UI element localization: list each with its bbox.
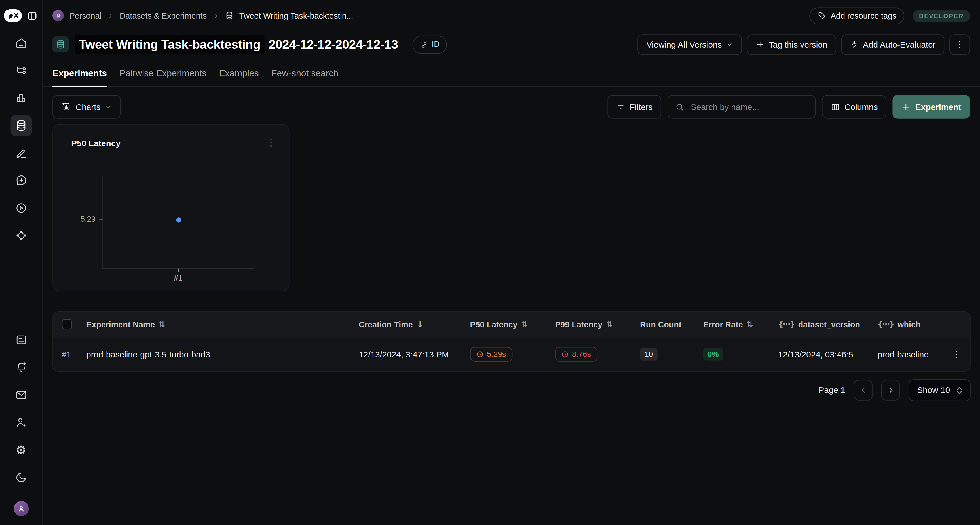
header-cell-which[interactable]: {⋯} which xyxy=(878,320,943,329)
plus-icon xyxy=(902,102,911,111)
app-root: ⚙ Personal xyxy=(0,0,980,525)
sidebar-item-datasets[interactable] xyxy=(10,115,32,136)
chart-data-point[interactable] xyxy=(177,218,181,223)
langsmith-logo-icon[interactable] xyxy=(4,10,22,22)
panel-toggle-icon[interactable] xyxy=(25,10,38,22)
chart-menu-icon[interactable]: ⋮ xyxy=(266,138,275,147)
sort-desc-icon[interactable]: ↓ xyxy=(417,320,423,329)
creation-time-cell: 12/13/2024, 3:47:13 PM xyxy=(359,350,470,359)
add-resource-tags-button[interactable]: Add resource tags xyxy=(809,7,905,24)
column-label: P99 Latency xyxy=(555,320,602,329)
sort-icon[interactable]: ⇅ xyxy=(521,321,527,328)
header-cell-creation-time[interactable]: Creation Time ↓ xyxy=(359,320,470,329)
next-page-button[interactable] xyxy=(881,380,900,401)
dataset-icon xyxy=(225,11,234,20)
user-avatar[interactable] xyxy=(13,501,29,516)
add-auto-evaluator-button[interactable]: Add Auto-Evaluator xyxy=(841,34,944,55)
alerts-icon[interactable] xyxy=(15,361,27,374)
home-icon[interactable] xyxy=(15,37,27,49)
tab-experiments[interactable]: Experiments xyxy=(52,64,107,86)
filters-button[interactable]: Filters xyxy=(608,95,661,119)
sort-icon[interactable]: ⇅ xyxy=(747,321,753,328)
add-auto-evaluator-label: Add Auto-Evaluator xyxy=(863,40,935,49)
trace-icon[interactable] xyxy=(15,64,27,77)
workspace-avatar[interactable] xyxy=(52,10,64,21)
viewing-versions-label: Viewing All Versions xyxy=(646,40,722,49)
sidebar-top xyxy=(0,0,42,31)
row-menu-icon[interactable]: ⋮ xyxy=(951,350,961,359)
deployments-icon[interactable] xyxy=(15,229,27,242)
error-rate-cell: 0% xyxy=(703,348,778,361)
latency-badge: 5.29s xyxy=(470,347,512,362)
tag-version-button[interactable]: Tag this version xyxy=(747,34,836,55)
latency-badge: 8.76s xyxy=(555,347,597,362)
sort-icon[interactable]: ⇅ xyxy=(606,321,612,328)
page-size-select[interactable]: Show 10 xyxy=(909,379,970,401)
chart-y-tick xyxy=(99,220,102,220)
chart-y-axis xyxy=(102,176,103,269)
page-title[interactable]: Tweet Writing Task-backtesting 2024-12-1… xyxy=(75,35,398,54)
page-title-rest: 2024-12-12-2024-12-13 xyxy=(269,37,398,52)
tag-icon xyxy=(818,11,826,20)
latency-value: 8.76s xyxy=(572,350,591,359)
header-cell-run-count[interactable]: Run Count xyxy=(640,320,703,329)
copy-id-button[interactable]: ID xyxy=(412,35,447,54)
sidebar: ⚙ xyxy=(0,0,43,525)
experiment-name-cell[interactable]: prod-baseline-gpt-3.5-turbo-bad3 xyxy=(86,350,359,359)
breadcrumb-section[interactable]: Datasets & Experiments xyxy=(120,11,207,21)
mail-icon[interactable] xyxy=(15,389,27,401)
role-badge: DEVELOPER xyxy=(913,10,970,22)
chart-card-p50-latency: P50 Latency ⋮ 5.29 #1 xyxy=(52,124,289,291)
prompts-icon[interactable] xyxy=(15,174,27,187)
dark-mode-icon[interactable] xyxy=(15,471,27,484)
link-icon xyxy=(420,40,428,48)
search-icon xyxy=(675,102,684,111)
viewing-versions-button[interactable]: Viewing All Versions xyxy=(638,34,742,55)
select-all-checkbox[interactable] xyxy=(62,319,72,329)
sort-icon[interactable]: ⇅ xyxy=(159,321,165,328)
which-cell: prod-baseline xyxy=(878,350,943,359)
page-size-label: Show 10 xyxy=(917,385,950,395)
previous-page-button[interactable] xyxy=(854,380,873,401)
chevron-right-icon xyxy=(212,12,219,19)
header-cell-p50-latency[interactable]: P50 Latency ⇅ xyxy=(470,320,555,329)
plus-icon xyxy=(756,40,764,49)
header-cell-experiment-name[interactable]: Experiment Name ⇅ xyxy=(86,320,359,329)
column-label: Run Count xyxy=(640,320,681,329)
tab-pairwise-experiments[interactable]: Pairwise Experiments xyxy=(119,64,207,86)
page-label: Page 1 xyxy=(819,385,845,395)
topbar-right: Add resource tags DEVELOPER xyxy=(809,7,970,24)
table-row[interactable]: #1 prod-baseline-gpt-3.5-turbo-bad3 12/1… xyxy=(53,337,970,371)
chart-x-tick xyxy=(178,269,179,272)
new-experiment-button[interactable]: Experiment xyxy=(892,95,970,119)
header-cell-error-rate[interactable]: Error Rate ⇅ xyxy=(703,320,778,329)
annotations-icon[interactable] xyxy=(15,147,27,159)
title-more-button[interactable]: ⋮ xyxy=(950,34,970,55)
toolbar-right: Filters Columns xyxy=(608,95,970,119)
filter-icon xyxy=(616,102,625,111)
settings-icon[interactable]: ⚙ xyxy=(15,444,27,456)
breadcrumb-workspace[interactable]: Personal xyxy=(70,11,102,21)
chart-y-tick-label: 5.29 xyxy=(67,215,95,224)
playground-icon[interactable] xyxy=(15,202,27,214)
lightning-icon xyxy=(850,40,859,49)
select-caret-icon xyxy=(956,386,963,395)
tab-few-shot-search[interactable]: Few-shot search xyxy=(271,64,338,86)
clock-icon xyxy=(476,350,484,358)
column-label: dataset_version xyxy=(798,320,860,329)
braces-icon: {⋯} xyxy=(778,321,795,328)
chevron-right-icon xyxy=(107,12,114,19)
header-cell-dataset-version[interactable]: {⋯} dataset_version xyxy=(778,320,877,329)
columns-button[interactable]: Columns xyxy=(822,95,887,119)
search-box xyxy=(668,95,816,119)
main-content: Personal Datasets & Experiments Tweet Wr… xyxy=(42,0,980,525)
toolbar: Charts Filters xyxy=(52,95,970,119)
tab-examples[interactable]: Examples xyxy=(219,64,259,86)
charts-button[interactable]: Charts xyxy=(52,95,121,119)
search-input[interactable] xyxy=(690,102,808,112)
header-cell-p99-latency[interactable]: P99 Latency ⇅ xyxy=(555,320,640,329)
invite-user-icon[interactable] xyxy=(15,416,27,429)
docs-icon[interactable] xyxy=(15,334,27,346)
dashboards-icon[interactable] xyxy=(15,92,27,104)
copy-id-label: ID xyxy=(432,40,440,49)
